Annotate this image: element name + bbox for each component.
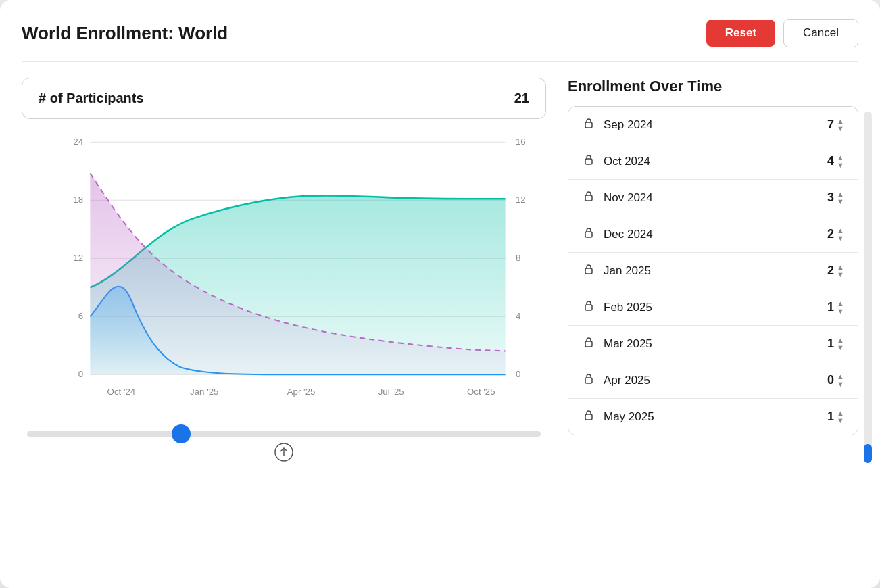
- enrollment-month: Nov 2024: [604, 191, 653, 205]
- increment-icon[interactable]: ▲: [837, 227, 844, 235]
- upload-icon-area[interactable]: [22, 442, 546, 466]
- enrollment-item-left: Dec 2024: [582, 226, 653, 243]
- reset-button[interactable]: Reset: [706, 20, 775, 47]
- svg-rect-26: [585, 268, 592, 274]
- decrement-icon[interactable]: ▼: [837, 381, 844, 388]
- decrement-icon[interactable]: ▼: [837, 198, 844, 205]
- decrement-icon[interactable]: ▼: [837, 125, 844, 132]
- increment-icon[interactable]: ▲: [837, 373, 844, 381]
- svg-rect-29: [585, 378, 592, 383]
- lock-icon: [582, 189, 595, 206]
- enrollment-item-left: Jan 2025: [582, 262, 651, 279]
- increment-icon[interactable]: ▲: [837, 300, 844, 308]
- enrollment-month: Mar 2025: [604, 337, 652, 351]
- decrement-icon[interactable]: ▼: [837, 344, 844, 351]
- svg-rect-22: [585, 122, 592, 128]
- horizontal-slider-track[interactable]: [27, 431, 541, 437]
- lock-icon: [582, 262, 595, 279]
- header-actions: Reset Cancel: [706, 19, 858, 47]
- decrement-icon[interactable]: ▼: [837, 271, 844, 278]
- chart-area: 24 18 12 6 0 16 12 8 4 0: [22, 135, 546, 426]
- enrollment-value-wrap: 1 ▲ ▼: [827, 337, 844, 351]
- lock-icon: [582, 299, 595, 316]
- participants-value: 21: [514, 91, 529, 106]
- enrollment-value: 7: [827, 118, 834, 132]
- increment-icon[interactable]: ▲: [837, 410, 844, 417]
- enrollment-value-wrap: 2 ▲ ▼: [827, 227, 844, 242]
- svg-text:16: 16: [516, 137, 526, 147]
- enrollment-value: 0: [827, 373, 834, 387]
- enrollment-month: Feb 2025: [604, 301, 652, 314]
- enrollment-item-left: Oct 2024: [582, 153, 650, 170]
- enrollment-month: Oct 2024: [604, 155, 650, 168]
- enrollment-list-item: Apr 2025 0 ▲ ▼: [568, 362, 858, 399]
- svg-text:6: 6: [78, 311, 83, 321]
- decrement-icon[interactable]: ▼: [837, 417, 844, 424]
- svg-rect-27: [585, 305, 592, 310]
- svg-text:8: 8: [516, 253, 520, 263]
- spinner-control[interactable]: ▲ ▼: [837, 154, 844, 169]
- increment-icon[interactable]: ▲: [837, 154, 844, 162]
- lock-icon: [582, 153, 595, 170]
- increment-icon[interactable]: ▲: [837, 264, 844, 271]
- enrollment-list-item: Dec 2024 2 ▲ ▼: [568, 216, 858, 253]
- modal-title: World Enrollment: World: [22, 23, 228, 44]
- chart-svg: 24 18 12 6 0 16 12 8 4 0: [22, 135, 546, 426]
- enrollment-list-item: May 2025 1 ▲ ▼: [568, 399, 858, 435]
- svg-text:Oct '24: Oct '24: [107, 387, 136, 397]
- spinner-control[interactable]: ▲ ▼: [837, 191, 844, 205]
- enrollment-item-left: Nov 2024: [582, 189, 653, 206]
- enrollment-value-wrap: 0 ▲ ▼: [827, 373, 844, 388]
- spinner-control[interactable]: ▲ ▼: [837, 337, 844, 351]
- svg-rect-23: [585, 159, 592, 164]
- enrollment-value: 2: [827, 264, 834, 278]
- increment-icon[interactable]: ▲: [837, 118, 844, 125]
- enrollment-list-item: Jan 2025 2 ▲ ▼: [568, 253, 858, 289]
- cancel-button[interactable]: Cancel: [783, 19, 858, 47]
- participants-label: # of Participants: [39, 91, 144, 106]
- decrement-icon[interactable]: ▼: [837, 162, 844, 169]
- decrement-icon[interactable]: ▼: [837, 235, 844, 242]
- lock-icon: [582, 335, 595, 352]
- enrollment-value: 2: [827, 227, 834, 241]
- svg-text:24: 24: [73, 137, 83, 147]
- svg-text:0: 0: [516, 369, 520, 379]
- enrollment-value-wrap: 1 ▲ ▼: [827, 300, 844, 315]
- spinner-control[interactable]: ▲ ▼: [837, 373, 844, 388]
- svg-text:18: 18: [73, 195, 83, 205]
- decrement-icon[interactable]: ▼: [837, 308, 844, 315]
- participants-box: # of Participants 21: [22, 78, 546, 119]
- spinner-control[interactable]: ▲ ▼: [837, 227, 844, 242]
- increment-icon[interactable]: ▲: [837, 337, 844, 344]
- increment-icon[interactable]: ▲: [837, 191, 844, 198]
- lock-icon: [582, 226, 595, 243]
- svg-text:Apr '25: Apr '25: [287, 387, 316, 397]
- svg-text:Oct '25: Oct '25: [467, 387, 495, 397]
- enrollment-value-wrap: 7 ▲ ▼: [827, 118, 844, 132]
- enrollment-month: May 2025: [604, 410, 654, 424]
- svg-text:12: 12: [73, 253, 83, 263]
- content-area: # of Participants 21 24 18 12 6 0: [22, 78, 858, 466]
- svg-rect-28: [585, 341, 592, 347]
- enrollment-title: Enrollment Over Time: [568, 78, 858, 95]
- spinner-control[interactable]: ▲ ▼: [837, 410, 844, 424]
- enrollment-month: Apr 2025: [604, 374, 650, 387]
- modal-container: World Enrollment: World Reset Cancel # o…: [0, 0, 880, 588]
- lock-icon: [582, 116, 595, 133]
- svg-rect-25: [585, 232, 592, 237]
- svg-text:Jan '25: Jan '25: [190, 387, 218, 397]
- lock-icon: [582, 408, 595, 425]
- modal-header: World Enrollment: World Reset Cancel: [22, 19, 858, 62]
- enrollment-value: 4: [827, 154, 834, 168]
- spinner-control[interactable]: ▲ ▼: [837, 118, 844, 132]
- enrollment-value-wrap: 3 ▲ ▼: [827, 191, 844, 205]
- enrollment-item-left: Mar 2025: [582, 335, 652, 352]
- vertical-scrollbar-track[interactable]: [864, 112, 872, 463]
- svg-text:0: 0: [78, 369, 83, 379]
- horizontal-slider-thumb[interactable]: [172, 424, 191, 443]
- spinner-control[interactable]: ▲ ▼: [837, 264, 844, 278]
- spinner-control[interactable]: ▲ ▼: [837, 300, 844, 315]
- svg-text:Jul '25: Jul '25: [378, 387, 404, 397]
- vertical-scrollbar-thumb[interactable]: [864, 444, 872, 463]
- enrollment-value: 1: [827, 337, 834, 351]
